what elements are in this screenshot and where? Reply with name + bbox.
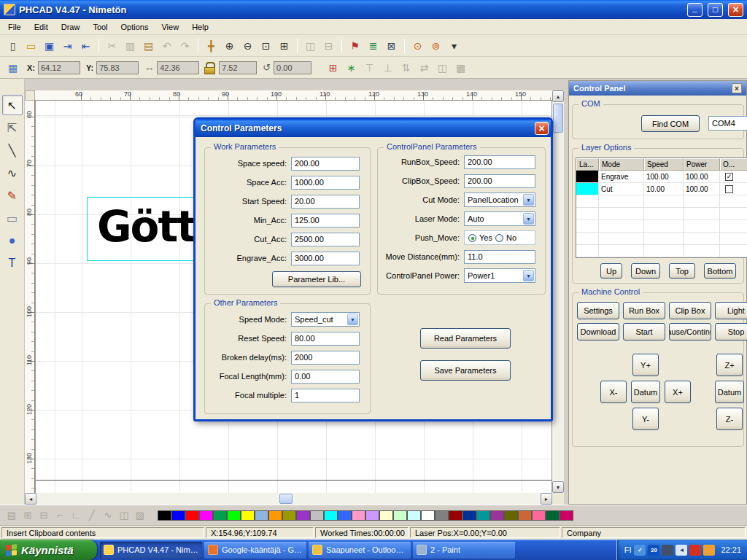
taskbar-item-phcad[interactable]: PHCAD V4.47 - Nimetön (100, 542, 202, 559)
menu-tool[interactable]: Tool (86, 20, 114, 34)
palette-swatch[interactable] (365, 510, 379, 521)
vertical-scrollbar[interactable] (552, 90, 564, 493)
start-button[interactable]: Start (623, 323, 665, 341)
output-checkbox[interactable]: ✓ (725, 173, 733, 181)
save-parameters-button[interactable]: Save Parameters (420, 360, 511, 381)
palette-swatch[interactable] (310, 510, 324, 521)
palette-swatch[interactable] (504, 510, 518, 521)
push-move-yes-radio[interactable] (468, 234, 476, 242)
layer-up-button[interactable]: Up (600, 263, 622, 279)
space-acc-input[interactable] (291, 176, 360, 190)
layer-row[interactable]: Engrave100.00100.00✓ (576, 171, 747, 183)
layer-row[interactable]: Cut10.00100.00 (576, 183, 747, 195)
palette-swatch[interactable] (255, 510, 268, 521)
taskbar-item-paint[interactable]: 2 - Paint (413, 542, 515, 559)
start-button[interactable]: Käynnistä (0, 540, 97, 560)
scheduler-icon[interactable] (703, 545, 715, 556)
clipbox-speed-input[interactable] (464, 174, 535, 188)
shield-icon[interactable]: ✓ (634, 545, 646, 556)
palette-swatch[interactable] (158, 510, 171, 521)
update-badge-icon[interactable]: 20 (648, 545, 659, 556)
control-panel-header[interactable]: Control Panel (569, 81, 746, 96)
cut-mode-select[interactable]: PanelLocation (464, 192, 535, 207)
light-button[interactable]: Light (715, 302, 747, 319)
layer-bottom-button[interactable]: Bottom (704, 263, 736, 279)
palette-swatch[interactable] (560, 510, 573, 521)
runbox-speed-input[interactable] (464, 155, 535, 169)
preview-icon[interactable]: ⊠ (383, 37, 400, 54)
focal-length-mm-input[interactable] (291, 370, 360, 384)
dialog-close-button[interactable] (535, 122, 549, 135)
find-com-button[interactable]: Find COM (641, 115, 700, 132)
palette-swatch[interactable] (476, 510, 490, 521)
move-distance-input[interactable] (464, 250, 535, 264)
curve-tool[interactable]: ∿ (2, 163, 23, 183)
export-icon[interactable]: ⇤ (77, 37, 94, 54)
zoom-all-icon[interactable]: ⊞ (276, 37, 293, 54)
palette-swatch[interactable] (462, 510, 476, 521)
reset-speed-input[interactable] (291, 332, 360, 346)
menu-view[interactable]: View (155, 20, 185, 34)
volume-icon[interactable]: ◄ (676, 545, 687, 556)
palette-swatch[interactable] (213, 510, 227, 521)
jog-y-plus-button[interactable]: Y+ (632, 354, 659, 376)
palette-swatch[interactable] (393, 510, 407, 521)
jog-y-minus-button[interactable]: Y- (632, 408, 659, 430)
jog-z-plus-button[interactable]: Z+ (716, 354, 743, 376)
com-port-select[interactable]: COM4 (708, 116, 747, 131)
task-list-icon[interactable]: ≣ (365, 37, 382, 54)
grid-icon[interactable]: ▦ (4, 59, 21, 76)
speed-mode-select[interactable]: Speed_cut (291, 312, 360, 327)
palette-swatch[interactable] (490, 510, 504, 521)
output-flag-icon[interactable]: ⚑ (347, 37, 363, 54)
layer-down-button[interactable]: Down (631, 263, 660, 279)
laser-mode-select[interactable]: Auto (464, 211, 535, 226)
output-checkbox[interactable] (725, 185, 733, 193)
rectangle-tool[interactable]: ▭ (2, 208, 23, 228)
zoom-out-icon[interactable]: ⊖ (239, 37, 256, 54)
paste-icon[interactable]: ▤ (140, 37, 157, 54)
push-move-no-radio[interactable] (495, 234, 503, 242)
palette-swatch[interactable] (296, 510, 310, 521)
scrollbar-thumb[interactable] (553, 104, 563, 133)
jog-x-minus-button[interactable]: X- (600, 381, 627, 403)
zoom-window-icon[interactable]: ⊡ (258, 37, 274, 54)
scroll-left-icon[interactable] (25, 493, 36, 505)
line-tool[interactable]: ╲ (2, 140, 23, 160)
taskbar-item-google[interactable]: Google-kääntäjä - Go... (204, 542, 306, 559)
zoom-in-icon[interactable]: ⊕ (221, 37, 238, 54)
palette-swatch[interactable] (338, 510, 352, 521)
dialog-titlebar[interactable]: Control Parameters (196, 120, 551, 137)
parameter-lib-button[interactable]: Parameter Lib... (272, 271, 361, 287)
menu-file[interactable]: File (1, 20, 28, 34)
aspect-lock-icon[interactable] (204, 62, 214, 73)
scroll-down-icon[interactable] (552, 481, 564, 493)
palette-swatch[interactable] (518, 510, 532, 521)
jog-datum-z-button[interactable]: Datum (715, 381, 744, 403)
palette-swatch[interactable] (449, 510, 462, 521)
controlpanel-power-select[interactable]: Power1 (464, 268, 535, 283)
jog-datum-xy-button[interactable]: Datum (631, 381, 660, 403)
start-speed-input[interactable] (291, 195, 360, 209)
pause-continue-button[interactable]: Pause/Continue (669, 323, 711, 341)
min-acc-input[interactable] (291, 214, 360, 228)
canvas-text-object[interactable]: Gött (97, 206, 196, 248)
minimize-button[interactable] (687, 3, 703, 17)
clip-box-button[interactable]: Clip Box (669, 302, 711, 319)
palette-swatch[interactable] (171, 510, 185, 521)
settings-button[interactable]: Settings (577, 302, 619, 319)
horizontal-scrollbar[interactable] (25, 493, 552, 505)
scrollbar-thumb[interactable] (279, 494, 293, 504)
palette-swatch[interactable] (532, 510, 546, 521)
panel-close-icon[interactable] (732, 83, 742, 93)
palette-swatch[interactable] (185, 510, 199, 521)
open-folder-icon[interactable]: ▭ (23, 37, 39, 54)
palette-swatch[interactable] (546, 510, 560, 521)
import-icon[interactable]: ⇥ (59, 37, 76, 54)
save-icon[interactable]: ▣ (41, 37, 58, 54)
palette-swatch[interactable] (199, 510, 213, 521)
simulate-icon[interactable]: ⊙ (409, 37, 426, 54)
read-parameters-button[interactable]: Read Parameters (420, 328, 511, 349)
brush-tool[interactable]: ✎ (2, 185, 23, 206)
trace-icon[interactable]: ⊚ (427, 37, 444, 54)
